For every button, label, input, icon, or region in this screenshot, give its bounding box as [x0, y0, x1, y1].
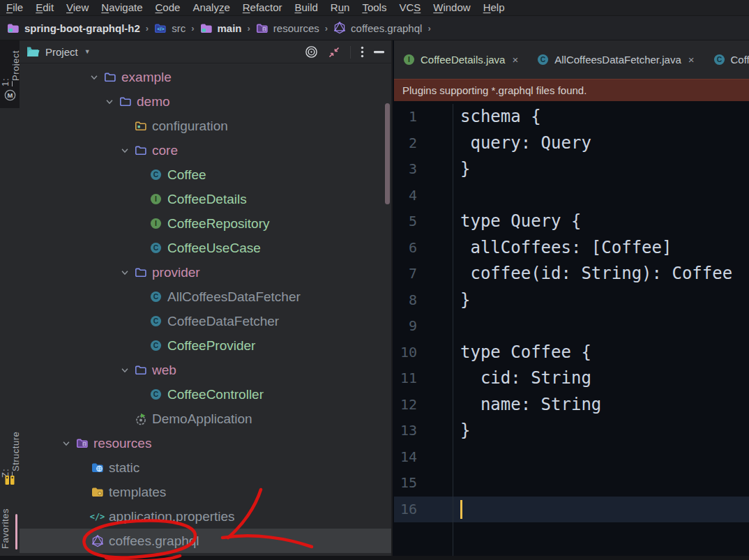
breadcrumb-item[interactable]: spring-boot-graphql-h2	[7, 22, 140, 34]
code-line-4[interactable]: 4	[394, 183, 749, 209]
menu-item-refactor[interactable]: Refactor	[236, 0, 289, 15]
main-area: 1: Project M Z: Structure Favorites Proj…	[0, 40, 749, 556]
menu-item-edit[interactable]: Edit	[29, 0, 60, 15]
code-line-12[interactable]: 12 name: String	[394, 392, 749, 418]
tree-item-provider[interactable]: provider	[20, 260, 391, 285]
breadcrumb-item[interactable]: coffees.graphql	[333, 22, 422, 34]
tree-item-coffeedetails[interactable]: ICoffeeDetails	[20, 187, 391, 211]
chevron-down-icon[interactable]	[120, 145, 134, 156]
code-line-5[interactable]: 5type Query {	[394, 209, 749, 235]
code-editor[interactable]: 1schema {2 query: Query3}45type Query {6…	[394, 101, 749, 556]
close-icon[interactable]: ×	[512, 54, 518, 66]
tree-item-resources[interactable]: resources	[20, 431, 391, 455]
chevron-down-icon[interactable]	[61, 438, 75, 449]
tree-item-label: core	[152, 143, 178, 158]
maven-icon[interactable]: M	[4, 89, 16, 101]
breadcrumb-item[interactable]: resources	[256, 22, 319, 34]
tree-item-templates[interactable]: templates	[20, 480, 391, 504]
menu-item-window[interactable]: Window	[427, 0, 476, 15]
tree-item-coffee[interactable]: CCoffee	[20, 162, 391, 187]
editor-tab-coffeedetails-java[interactable]: ICoffeeDetails.java×	[403, 54, 518, 66]
tree-item-example[interactable]: example	[20, 65, 391, 89]
tree-item-static[interactable]: static	[20, 455, 391, 480]
properties-file-icon: </>	[91, 510, 104, 523]
breadcrumb-label: main	[218, 22, 242, 34]
chevron-spacer	[135, 218, 149, 229]
tree-item-core[interactable]: core	[20, 138, 391, 162]
tree-item-coffeecontroller[interactable]: CCoffeeController	[20, 382, 391, 407]
svg-text:M: M	[8, 91, 13, 99]
tree-item-label: demo	[137, 94, 170, 109]
ide-window: FileEditViewNavigateCodeAnalyzeRefactorB…	[0, 0, 749, 560]
svg-text:C: C	[540, 56, 546, 63]
folder-icon	[134, 144, 147, 157]
bookmarks-icon[interactable]	[4, 474, 15, 487]
menu-item-vcs[interactable]: VCS	[393, 0, 427, 15]
line-number: 6	[394, 235, 417, 262]
code-line-3[interactable]: 3}	[394, 156, 749, 183]
tree-item-label: Coffee	[167, 167, 206, 183]
toolwindow-button-project[interactable]: 1: Project	[0, 50, 20, 86]
menu-item-view[interactable]: View	[60, 0, 95, 15]
tree-item-coffeeprovider[interactable]: CCoffeeProvider	[20, 333, 391, 358]
menu-item-build[interactable]: Build	[288, 0, 324, 15]
code-line-11[interactable]: 11 cid: String	[394, 365, 749, 392]
tree-item-demoapplication[interactable]: DemoApplication	[20, 407, 391, 431]
code-line-1[interactable]: 1schema {	[394, 104, 749, 130]
breadcrumb-item[interactable]: main	[200, 22, 242, 34]
code-line-15[interactable]: 15	[394, 470, 749, 497]
chevron-spacer	[135, 169, 149, 181]
chevron-down-icon[interactable]	[120, 267, 134, 278]
toolwindow-button-structure[interactable]: Z: Structure	[0, 434, 20, 475]
hide-icon[interactable]	[374, 51, 384, 54]
menu-item-help[interactable]: Help	[477, 0, 511, 15]
menu-item-run[interactable]: Run	[324, 0, 356, 15]
code-line-14[interactable]: 14	[394, 444, 749, 471]
collapse-all-icon[interactable]	[328, 46, 340, 59]
tree-item-coffeerepository[interactable]: ICoffeeRepository	[20, 211, 391, 236]
templates-folder-icon	[91, 486, 104, 499]
tree-item-configuration[interactable]: configuration	[20, 114, 391, 138]
tree-item-coffees-graphql[interactable]: coffees.graphql	[20, 529, 391, 553]
line-number: 7	[394, 261, 417, 287]
tree-item-demo[interactable]: demo	[20, 89, 391, 114]
header-divider	[350, 46, 351, 59]
code-line-13[interactable]: 13}	[394, 418, 749, 444]
code-line-2[interactable]: 2 query: Query	[394, 130, 749, 157]
editor-tab-allcoffeesdatafetcher-java[interactable]: CAllCoffeesDataFetcher.java×	[537, 54, 694, 66]
tree-scrollbar[interactable]	[385, 103, 390, 204]
tree-item-application-properties[interactable]: </>application.properties	[20, 504, 391, 529]
code-line-6[interactable]: 6 allCoffees: [Coffee]	[394, 235, 749, 262]
editor-tab-coffeec[interactable]: CCoffeeC	[713, 54, 749, 66]
menu-item-tools[interactable]: Tools	[356, 0, 393, 15]
tree-item-coffeeusecase[interactable]: CCoffeeUseCase	[20, 236, 391, 260]
menu-item-file[interactable]: File	[0, 0, 29, 15]
chevron-spacer	[120, 121, 134, 132]
menu-item-code[interactable]: Code	[149, 0, 187, 15]
menu-item-analyze[interactable]: Analyze	[186, 0, 236, 15]
chevron-down-icon[interactable]	[105, 96, 119, 107]
breadcrumb-item[interactable]: </>src	[154, 22, 186, 34]
code-line-10[interactable]: 10type Coffee {	[394, 340, 749, 366]
tree-item-web[interactable]: web	[20, 358, 391, 382]
chevron-down-icon[interactable]: ▼	[84, 48, 91, 55]
tab-label: CoffeeC	[731, 54, 749, 66]
line-number: 5	[394, 209, 417, 235]
breadcrumb-separator: ›	[428, 23, 430, 33]
menu-item-navigate[interactable]: Navigate	[95, 0, 149, 15]
chevron-down-icon[interactable]	[89, 72, 103, 83]
breadcrumb-label: src	[172, 22, 186, 34]
interface-icon: I	[149, 193, 162, 206]
more-options-icon[interactable]	[361, 46, 364, 58]
tree-item-allcoffeesdatafetcher[interactable]: CAllCoffeesDataFetcher	[20, 285, 391, 309]
chevron-down-icon[interactable]	[120, 365, 134, 376]
code-line-7[interactable]: 7 coffee(id: String): Coffee	[394, 261, 749, 287]
project-panel-title[interactable]: Project	[45, 46, 78, 58]
tree-item-coffeedatafetcher[interactable]: CCoffeeDataFetcher	[20, 309, 391, 333]
locate-icon[interactable]	[305, 45, 318, 59]
svg-text:I: I	[408, 56, 410, 63]
close-icon[interactable]: ×	[688, 54, 695, 66]
code-line-8[interactable]: 8}	[394, 287, 749, 314]
code-line-9[interactable]: 9	[394, 313, 749, 340]
code-line-16[interactable]: 16	[394, 497, 749, 523]
